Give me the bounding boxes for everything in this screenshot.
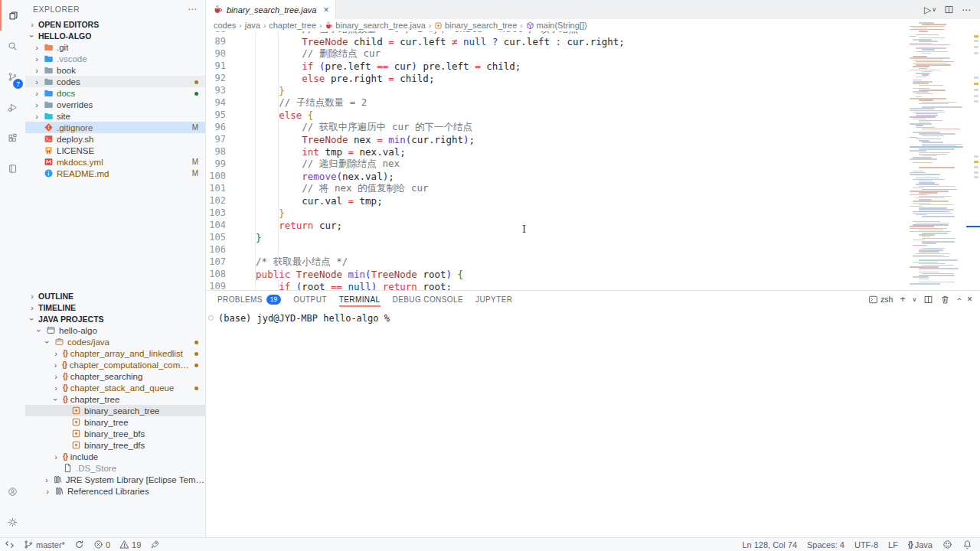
file-item-docs[interactable]: › docs — [25, 87, 205, 99]
breadcrumb-item[interactable]: binary_search_tree.java — [325, 21, 425, 30]
project-root[interactable]: › HELLO-ALGO — [25, 30, 205, 41]
file-item-LICENSE[interactable]: LICENSE — [25, 145, 205, 156]
status-encoding[interactable]: UTF-8 — [854, 540, 878, 549]
activity-item-settings[interactable] — [0, 507, 25, 537]
file-item-mkdocs.yml[interactable]: mkdocs.yml M — [25, 156, 205, 168]
file-item-deploy.sh[interactable]: deploy.sh — [25, 133, 205, 145]
java-projects-tree: › hello-algo › codes/java › {}chapter_ar… — [25, 324, 205, 497]
breadcrumb-item[interactable]: chapter_tree — [269, 21, 316, 30]
status-errors[interactable]: 0 — [93, 540, 110, 549]
java-item[interactable]: binary_tree — [25, 416, 205, 428]
overrides-folder-icon — [44, 99, 54, 109]
java-item[interactable]: .DS_Store — [25, 462, 205, 474]
java-item[interactable]: › {}chapter_stack_and_queue — [25, 382, 205, 393]
chevron-right-icon: › — [263, 21, 266, 30]
java-item[interactable]: › JRE System Library [Eclipse Temurin 17… — [25, 474, 205, 485]
java-item[interactable]: › {}include — [25, 451, 205, 462]
chevron-right-icon: › — [33, 43, 41, 52]
panel-tab-debug-console[interactable]: DEBUG CONSOLE — [393, 291, 463, 308]
maximize-panel-icon[interactable]: › — [954, 298, 963, 301]
activity-item-search[interactable] — [0, 31, 25, 61]
terminal-output[interactable]: (base) jyd@JYD-MBP hello-algo % — [206, 308, 980, 324]
chevron-icon: › — [43, 338, 52, 346]
code-editor[interactable]: 88 // 当子结点数量 = 0 / 1 时， child = null / 该… — [206, 31, 980, 290]
chevron-icon: › — [34, 327, 44, 334]
tab-binary-search-tree[interactable]: binary_search_tree.java × — [206, 0, 336, 19]
java-item[interactable]: › {}chapter_array_and_linkedlist — [25, 347, 205, 359]
status-language-mode[interactable]: {}Java — [908, 540, 933, 549]
java-item[interactable]: › hello-algo — [25, 324, 205, 336]
java-item[interactable]: binary_tree_dfs — [25, 439, 205, 451]
new-terminal-button[interactable]: + — [900, 294, 905, 305]
file-item-.gitignore[interactable]: .gitignore M — [25, 122, 205, 133]
namespace-icon: {} — [63, 372, 67, 380]
panel-tab-terminal[interactable]: TERMINAL — [339, 291, 381, 308]
panel-tab-problems[interactable]: PROBLEMS 19 — [217, 291, 281, 308]
activity-item-extensions[interactable] — [0, 122, 25, 153]
status-rocket[interactable] — [150, 540, 160, 549]
activity-item-run-and-debug[interactable] — [0, 92, 25, 122]
timeline-section[interactable]: › TIMELINE — [25, 302, 205, 313]
file-item-codes[interactable]: › codes — [25, 76, 205, 87]
more-actions-icon[interactable]: ⋯ — [962, 5, 971, 15]
chevron-down-icon: › — [28, 315, 37, 323]
problems-dot-badge — [194, 349, 198, 357]
javacup-icon — [325, 21, 333, 30]
chevron-icon: › — [51, 396, 60, 403]
java-item[interactable]: binary_tree_bfs — [25, 428, 205, 439]
terminal-shell-picker[interactable]: zsh — [868, 295, 893, 305]
status-cursor-position[interactable]: Ln 128, Col 74 — [742, 540, 797, 549]
editor-actions: ▷∨ ⋯ — [924, 0, 980, 19]
panel-tab-output[interactable]: OUTPUT — [293, 291, 327, 308]
terminal-dropdown-icon[interactable]: ∨ — [912, 296, 916, 303]
activity-item-explorer[interactable] — [0, 0, 25, 31]
open-editors-section[interactable]: › OPEN EDITORS — [25, 18, 205, 30]
java-item[interactable]: › codes/java — [25, 336, 205, 347]
overview-ruler[interactable] — [966, 19, 980, 289]
java-projects-section[interactable]: › JAVA PROJECTS — [25, 313, 205, 324]
more-actions-icon[interactable]: ⋯ — [188, 4, 198, 15]
activity-item-source-control[interactable]: 7 — [0, 61, 25, 92]
kill-terminal-button[interactable] — [940, 295, 950, 305]
activity-item-notebook[interactable] — [0, 153, 25, 184]
branch-icon — [24, 540, 34, 549]
breadcrumb-item[interactable]: binary_search_tree — [434, 21, 517, 30]
status-indentation[interactable]: Spaces: 4 — [807, 540, 844, 549]
panel-tab-jupyter[interactable]: JUPYTER — [475, 291, 512, 308]
file-item-.git[interactable]: › .git — [25, 41, 205, 53]
line-number: 105 — [206, 232, 226, 243]
file-item-book[interactable]: › book — [25, 64, 205, 76]
java-item[interactable]: binary_search_tree — [25, 405, 205, 416]
outline-section[interactable]: › OUTLINE — [25, 290, 205, 302]
status-feedback[interactable] — [942, 540, 952, 549]
close-panel-icon[interactable]: × — [967, 294, 972, 305]
run-button[interactable]: ▷∨ — [924, 5, 936, 15]
code-line: 89 TreeNode child = cur.left ≠ null ? cu… — [206, 35, 980, 47]
breadcrumb-item[interactable]: main(String[]) — [526, 21, 587, 30]
file-item-overrides[interactable]: › overrides — [25, 99, 205, 110]
file-item-.vscode[interactable]: › .vscode — [25, 53, 205, 64]
code-line: 108 public TreeNode min(TreeNode root) { — [206, 268, 980, 280]
status-git-branch[interactable]: master* — [24, 540, 65, 549]
file-item-README.md[interactable]: README.md M — [25, 168, 205, 179]
code-line: 91 if (pre.left == cur) pre.left = child… — [206, 60, 980, 72]
status-sync[interactable] — [74, 540, 84, 549]
breadcrumb-item[interactable]: java — [245, 21, 260, 30]
status-warnings[interactable]: 19 — [119, 540, 141, 549]
status-notifications[interactable] — [962, 540, 972, 549]
java-item[interactable]: › {}chapter_computational_complexity — [25, 359, 205, 370]
activity-item-account[interactable] — [0, 476, 25, 507]
java-item[interactable]: › Referenced Libraries — [25, 485, 205, 497]
java-item[interactable]: › {}chapter_tree — [25, 393, 205, 405]
status-eol[interactable]: LF — [888, 540, 898, 549]
split-terminal-button[interactable] — [923, 295, 933, 305]
file-item-site[interactable]: › site — [25, 110, 205, 122]
braces-icon: {} — [908, 540, 913, 549]
minimap[interactable] — [910, 19, 966, 289]
close-icon[interactable]: × — [323, 5, 328, 15]
breadcrumb-item[interactable]: codes — [214, 21, 236, 30]
java-item[interactable]: › {}chapter_searching — [25, 370, 205, 382]
split-editor-button[interactable] — [944, 5, 954, 15]
status-remote-indicator[interactable] — [5, 540, 15, 549]
editor-group: binary_search_tree.java × ▷∨ ⋯ codes›jav… — [205, 0, 980, 537]
